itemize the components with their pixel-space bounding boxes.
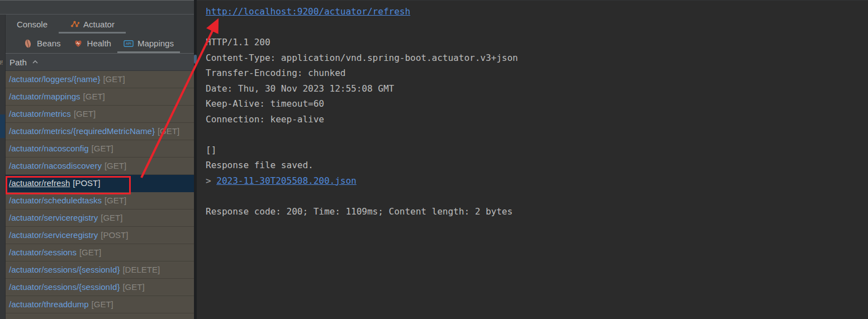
console-line: Response code: 200; Time: 1109ms; Conten… xyxy=(206,204,862,220)
actuator-subtabs: BeansHealthAPIMappings xyxy=(6,34,194,53)
mapping-row[interactable]: /actuator/threaddump[GET] xyxy=(6,296,194,313)
mapping-row[interactable]: /actuator/nacosconfig[GET] xyxy=(6,140,194,158)
heart-pulse-icon xyxy=(73,39,83,49)
mapping-method: [GET] xyxy=(158,126,179,136)
path-header-label: Path xyxy=(10,58,27,67)
mapping-method: [GET] xyxy=(83,92,105,101)
file-link-prefix: > xyxy=(206,175,216,186)
mapping-method: [DELETE] xyxy=(122,265,160,274)
mapping-path-link[interactable]: /actuator/threaddump xyxy=(9,299,89,309)
tab-console[interactable]: Console xyxy=(6,15,59,34)
subtab-label: Beans xyxy=(37,39,61,48)
table-header-path[interactable]: Path xyxy=(6,53,194,71)
actuator-network-icon xyxy=(70,19,80,29)
svg-text:API: API xyxy=(126,42,131,45)
mapping-path-link[interactable]: /actuator/scheduledtasks xyxy=(9,196,102,205)
mapping-row[interactable]: /actuator/loggers/{name}[GET] xyxy=(6,71,194,88)
mapping-row[interactable]: /actuator/serviceregistry[POST] xyxy=(6,227,194,244)
subtab-health[interactable]: Health xyxy=(67,34,117,53)
request-url-link[interactable]: http://localhost:9200/actuator/refresh xyxy=(206,6,410,17)
tab-label: Console xyxy=(17,20,48,29)
response-console: http://localhost:9200/actuator/refreshHT… xyxy=(206,4,862,219)
subtab-beans[interactable]: Beans xyxy=(17,34,67,53)
tool-window-titlebar xyxy=(0,0,194,15)
mapping-path-link[interactable]: /actuator/serviceregistry xyxy=(9,213,98,222)
mapping-row[interactable]: /actuator/metrics[GET] xyxy=(6,106,194,123)
console-line xyxy=(206,188,862,204)
mapping-row[interactable]: /actuator/nacosdiscovery[GET] xyxy=(6,158,194,175)
mapping-row[interactable]: /actuator/mappings[GET] xyxy=(6,88,194,106)
mapping-row[interactable]: /actuator/sessions[GET] xyxy=(6,244,194,261)
console-line xyxy=(206,127,862,142)
mapping-method: [POST] xyxy=(101,230,128,240)
response-file-link[interactable]: 2023-11-30T205508.200.json xyxy=(216,175,356,186)
tool-window-tabs: ConsoleActuator xyxy=(6,15,194,34)
console-line: Content-Type: application/vnd.spring-boo… xyxy=(206,50,862,66)
mapping-path-link[interactable]: /actuator/serviceregistry xyxy=(9,230,98,240)
console-line: [] xyxy=(206,142,862,158)
mapping-method: [GET] xyxy=(74,109,96,118)
mapping-path-link[interactable]: /actuator/nacosdiscovery xyxy=(9,161,102,170)
highlight-rectangle xyxy=(6,176,131,194)
console-line: Connection: keep-alive xyxy=(206,112,862,127)
response-console-panel: http://localhost:9200/actuator/refreshHT… xyxy=(197,0,868,319)
stripe-partial-label: 0! xyxy=(0,59,3,66)
coffee-bean-icon xyxy=(23,39,33,49)
ide-actuator-view: 0! ConsoleActuator BeansHealthAPIMapping… xyxy=(0,0,868,319)
mapping-method: [GET] xyxy=(103,74,125,84)
mapping-method: [GET] xyxy=(105,161,126,170)
mapping-path-link[interactable]: /actuator/mappings xyxy=(9,92,80,101)
mapping-method: [GET] xyxy=(92,299,113,309)
tab-label: Actuator xyxy=(83,20,115,29)
subtab-label: Mappings xyxy=(137,39,174,48)
console-line: Response file saved. xyxy=(206,158,862,173)
mapping-path-link[interactable]: /actuator/nacosconfig xyxy=(9,144,89,153)
mapping-path-link[interactable]: /actuator/loggers/{name} xyxy=(9,74,100,84)
mapping-method: [GET] xyxy=(105,196,126,205)
mapping-method: [GET] xyxy=(79,247,101,257)
mapping-path-link[interactable]: /actuator/metrics xyxy=(9,109,71,118)
console-line: Keep-Alive: timeout=60 xyxy=(206,96,862,112)
console-line xyxy=(206,20,862,35)
mapping-row[interactable]: /actuator/metrics/{requiredMetricName}[G… xyxy=(6,123,194,140)
mapping-path-link[interactable]: /actuator/metrics/{requiredMetricName} xyxy=(9,126,155,136)
console-line: HTTP/1.1 200 xyxy=(206,35,862,50)
chevron-up-icon xyxy=(32,59,39,65)
console-line: Date: Thu, 30 Nov 2023 12:55:08 GMT xyxy=(206,81,862,97)
mapping-row[interactable]: /actuator/sessions/{sessionId}[GET] xyxy=(6,279,194,296)
mapping-method: [GET] xyxy=(122,282,144,292)
subtab-label: Health xyxy=(87,39,111,48)
mapping-row[interactable]: /actuator/scheduledtasks[GET] xyxy=(6,192,194,210)
mapping-method: [GET] xyxy=(101,213,122,222)
mapping-method: [GET] xyxy=(92,144,113,153)
console-line: Transfer-Encoding: chunked xyxy=(206,65,862,81)
mapping-row[interactable]: /actuator/serviceregistry[GET] xyxy=(6,210,194,227)
mapping-path-link[interactable]: /actuator/sessions/{sessionId} xyxy=(9,282,120,292)
stripe-selection-marker xyxy=(0,115,6,138)
console-line: http://localhost:9200/actuator/refresh xyxy=(206,4,862,20)
mapping-path-link[interactable]: /actuator/sessions xyxy=(9,247,77,257)
mappings-table: /actuator/loggers/{name}[GET]/actuator/m… xyxy=(6,71,194,319)
mapping-row[interactable]: /actuator/sessions/{sessionId}[DELETE] xyxy=(6,261,194,279)
tab-actuator[interactable]: Actuator xyxy=(59,15,126,34)
api-badge-icon: API xyxy=(124,39,134,49)
mapping-path-link[interactable]: /actuator/sessions/{sessionId} xyxy=(9,265,120,274)
subtab-mappings[interactable]: APIMappings xyxy=(117,34,180,53)
tool-window-stripe: 0! xyxy=(0,15,6,319)
console-line: > 2023-11-30T205508.200.json xyxy=(206,173,862,189)
